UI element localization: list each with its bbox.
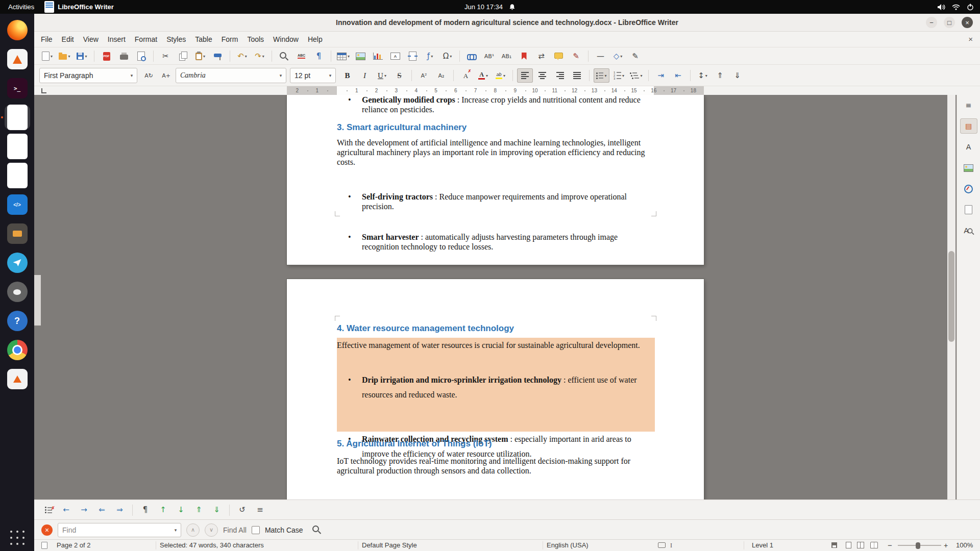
activities-button[interactable]: Activities [8, 3, 34, 11]
promote-with-subpoints-button[interactable]: ⇐ [94, 503, 110, 517]
sidebar-tab-properties[interactable]: ▤ [960, 118, 977, 134]
menu-view[interactable]: View [79, 33, 103, 45]
insert-hyperlink-button[interactable] [464, 49, 480, 63]
basic-shapes-dropdown-icon[interactable]: ▾ [620, 54, 622, 59]
insert-field-button[interactable]: ƒ▾ [422, 49, 438, 63]
print-button[interactable] [116, 49, 132, 63]
insert-endnote-button[interactable]: AB₁ [499, 49, 514, 63]
vertical-scrollbar[interactable] [947, 95, 955, 500]
spelling-button[interactable]: ABC [293, 49, 309, 63]
subscript-button[interactable]: A₂ [433, 68, 449, 83]
menu-tools[interactable]: Tools [242, 33, 268, 45]
new-document-dropdown-icon[interactable]: ▾ [51, 54, 53, 59]
zoom-percentage[interactable]: 100% [956, 541, 973, 549]
close-button[interactable]: × [962, 17, 973, 28]
bullet-item[interactable]: Self-driving tractors : Reduce manpower … [337, 192, 654, 211]
chevron-down-icon[interactable]: ▾ [277, 73, 285, 78]
align-center-button[interactable] [534, 68, 550, 83]
find-input[interactable]: Find ▾ [58, 523, 181, 537]
align-right-button[interactable] [552, 68, 568, 83]
insert-field-dropdown-icon[interactable]: ▾ [431, 54, 433, 59]
clone-formatting-button[interactable] [210, 49, 226, 63]
show-draw-functions-button[interactable]: ✎ [627, 49, 643, 63]
insert-cross-reference-button[interactable]: ⇄ [533, 49, 549, 63]
text-language[interactable]: English (USA) [547, 541, 589, 549]
increase-paragraph-spacing-button[interactable]: ⇑ [712, 68, 728, 83]
redo-dropdown-icon[interactable]: ▾ [262, 54, 264, 59]
cut-button[interactable]: ✂ [158, 49, 174, 63]
close-find-bar-button[interactable]: × [41, 524, 53, 536]
sidebar-tab-style-inspector[interactable]: A [960, 223, 977, 238]
move-down-with-subpoints-button[interactable]: ⇓ [209, 503, 225, 517]
menu-edit[interactable]: Edit [57, 33, 79, 45]
open-button[interactable]: ▾ [57, 49, 72, 63]
insert-chart-button[interactable] [370, 49, 386, 63]
dock-vscode-icon[interactable]: </> [5, 192, 30, 217]
font-size-combo[interactable]: 12 pt ▾ [290, 68, 336, 83]
menu-table[interactable]: Table [190, 33, 216, 45]
underline-dropdown-icon[interactable]: ▾ [384, 73, 386, 78]
bullet-item[interactable]: Genetically modified crops : Increase cr… [337, 95, 654, 114]
highlighting-color-dropdown-icon[interactable]: ▾ [503, 73, 505, 78]
formatting-marks-button[interactable]: ¶ [311, 49, 327, 63]
paragraph[interactable]: IoT technology provides real-time monito… [337, 456, 654, 475]
sidebar-tab-gallery[interactable] [960, 160, 977, 176]
decrease-paragraph-spacing-button[interactable]: ⇓ [729, 68, 745, 83]
increase-indent-button[interactable]: ⇥ [653, 68, 669, 83]
copy-button[interactable] [175, 49, 191, 63]
chevron-down-icon[interactable]: ▾ [172, 528, 180, 533]
strikethrough-button[interactable]: S [391, 68, 407, 83]
demote-with-subpoints-button[interactable]: ⇒ [112, 503, 128, 517]
menu-form[interactable]: Form [217, 33, 243, 45]
add-to-list-button[interactable]: ≡ [252, 503, 268, 517]
line-spacing-button[interactable]: ↕▾ [695, 68, 710, 83]
paragraph-style-combo[interactable]: First Paragraph ▾ [39, 68, 137, 83]
font-color-button[interactable]: A▾ [475, 68, 491, 83]
chevron-down-icon[interactable]: ▾ [326, 73, 334, 78]
insert-special-character-button[interactable]: Ω▾ [439, 49, 455, 63]
promote-outline-level-button[interactable]: ← [58, 503, 74, 517]
insert-image-button[interactable] [353, 49, 369, 63]
insert-unnumbered-entry-button[interactable]: ¶ [137, 503, 153, 517]
match-case-label[interactable]: Match Case [265, 526, 303, 534]
undo-dropdown-icon[interactable]: ▾ [245, 54, 247, 59]
ordered-list-dropdown-icon[interactable]: ▾ [622, 73, 624, 78]
dock-libreoffice-writer-icon[interactable] [5, 105, 30, 130]
dock-software-store-icon[interactable] [5, 367, 30, 391]
decrease-indent-button[interactable]: ⇤ [670, 68, 686, 83]
highlighting-color-button[interactable]: ab▾ [493, 68, 508, 83]
update-paragraph-style-button[interactable]: A↻ [141, 68, 157, 83]
underline-button[interactable]: U▾ [374, 68, 390, 83]
insert-footnote-button[interactable]: AB¹ [481, 49, 497, 63]
paste-dropdown-icon[interactable]: ▾ [203, 54, 205, 59]
dock-messenger-icon[interactable] [5, 251, 30, 275]
export-as-pdf-button[interactable]: PDF [99, 49, 114, 63]
menu-window[interactable]: Window [268, 33, 303, 45]
demote-outline-level-button[interactable]: → [76, 503, 92, 517]
menu-styles[interactable]: Styles [162, 33, 190, 45]
page-1[interactable]: Genetically modified crops : Increase cr… [287, 95, 704, 265]
focused-app-indicator[interactable]: LibreOffice Writer [44, 1, 114, 13]
dock-chromium-icon[interactable] [5, 338, 30, 362]
paragraph-selected[interactable]: Effective management of water resources … [337, 338, 654, 353]
page-indicator[interactable]: Page 2 of 2 [57, 541, 91, 549]
insert-mode-icon[interactable] [658, 542, 666, 549]
move-up-with-subpoints-button[interactable]: ⇑ [191, 503, 207, 517]
book-view-icon[interactable] [870, 542, 878, 550]
insert-text-box-button[interactable]: A [387, 49, 403, 63]
titlebar[interactable]: Innovation and development of modern agr… [34, 14, 980, 32]
document-modified-icon[interactable] [831, 542, 837, 549]
maximize-button[interactable]: □ [944, 17, 955, 28]
selection-mode-icon[interactable]: I [670, 541, 672, 549]
ordered-list-button[interactable]: 123▾ [611, 68, 627, 83]
match-case-checkbox[interactable] [252, 526, 260, 534]
tab-stop-selector-icon[interactable] [41, 88, 46, 93]
show-applications-button[interactable] [8, 529, 27, 547]
redo-button[interactable]: ↷▾ [252, 49, 267, 63]
dock-firefox-icon[interactable] [5, 18, 30, 42]
scrollbar-thumb[interactable] [948, 251, 954, 342]
sidebar-tab-sidebar-settings[interactable]: ≡ [960, 97, 977, 113]
font-color-dropdown-icon[interactable]: ▾ [486, 73, 488, 78]
move-up-button[interactable]: ↑ [155, 503, 171, 517]
menu-file[interactable]: File [36, 33, 57, 45]
